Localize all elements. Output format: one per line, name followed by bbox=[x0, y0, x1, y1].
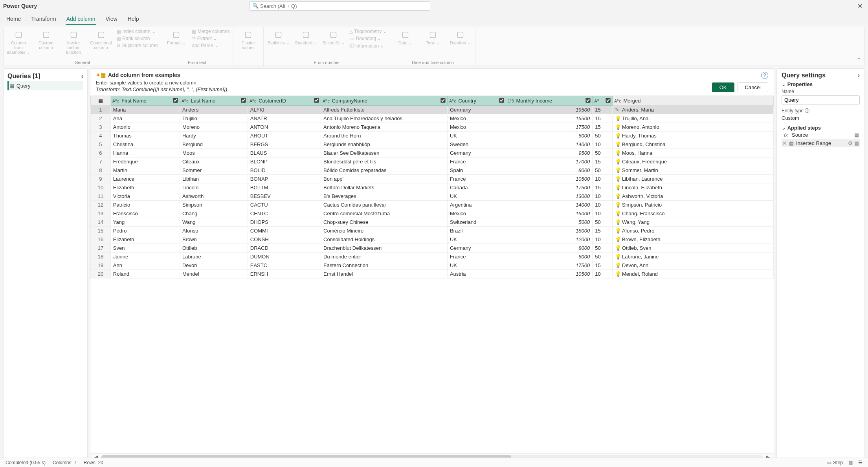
cell[interactable]: BONAP bbox=[248, 175, 321, 183]
cell[interactable]: 10 bbox=[593, 140, 613, 149]
col-header-companyname[interactable]: Aᴮc CompanyName bbox=[321, 96, 448, 106]
ribbon-format-[interactable]: ▢Format ⌄ bbox=[164, 29, 188, 46]
cell[interactable]: France bbox=[447, 157, 506, 166]
rownum-header[interactable]: ▦ bbox=[91, 96, 111, 106]
rownum-cell[interactable]: 3 bbox=[91, 123, 111, 132]
cell[interactable]: Moos bbox=[180, 149, 248, 157]
help-icon[interactable]: ? bbox=[761, 72, 768, 79]
ribbon-sm--merge-columns[interactable]: ▦ Merge columns bbox=[192, 29, 229, 34]
ribbon-sm--information-[interactable]: ⓘ Information ⌄ bbox=[349, 43, 387, 49]
tab-view[interactable]: View bbox=[105, 14, 118, 25]
table-row[interactable]: 3AntonioMorenoANTONAntonio Moreno Taquer… bbox=[91, 123, 774, 132]
cell[interactable]: Maria bbox=[110, 106, 180, 114]
col-header-country[interactable]: Aᴮc Country bbox=[447, 96, 506, 106]
cell[interactable]: Mexico bbox=[447, 209, 506, 218]
cell[interactable]: Martin bbox=[110, 166, 180, 175]
table-row[interactable]: 11VictoriaAshworthBESBEVB's BeveragesUK1… bbox=[91, 192, 774, 201]
ribbon-statistics-[interactable]: ▢Statistics ⌄ bbox=[267, 29, 290, 46]
tab-add-column[interactable]: Add column bbox=[66, 14, 96, 25]
col-header-merged[interactable]: Aᴮc Merged bbox=[613, 96, 774, 106]
cell[interactable]: 💡Lincoln, Elizabeth bbox=[613, 183, 774, 192]
cell[interactable]: Spain bbox=[447, 166, 506, 175]
cell[interactable]: CENTC bbox=[248, 209, 321, 218]
cell[interactable]: Moreno bbox=[180, 123, 248, 132]
cell[interactable]: 💡Simpson, Patricio bbox=[613, 201, 774, 209]
table-row[interactable]: 10ElizabethLincolnBOTTMBottom-Dollar Mar… bbox=[91, 183, 774, 192]
rownum-cell[interactable]: 19 bbox=[91, 261, 111, 270]
tab-home[interactable]: Home bbox=[6, 14, 22, 25]
cell[interactable]: Antonio bbox=[110, 123, 180, 132]
delete-step-icon[interactable]: ✕ bbox=[782, 140, 787, 146]
ribbon-sm--rank-column[interactable]: ▦ Rank column bbox=[117, 36, 158, 41]
col-header-customerid[interactable]: Aᴮc CustomerID bbox=[248, 96, 321, 106]
cell[interactable]: ANATR bbox=[248, 114, 321, 123]
col-header-monthly-income[interactable]: 1²3 Monthly Income bbox=[506, 96, 592, 106]
cell[interactable]: 💡Devon, Ann bbox=[613, 261, 774, 270]
rownum-cell[interactable]: 20 bbox=[91, 270, 111, 278]
cell[interactable]: 💡Libihan, Laurence bbox=[613, 175, 774, 183]
cell[interactable]: Blondesddsl pére et fils bbox=[321, 157, 448, 166]
cell[interactable]: Mexico bbox=[447, 114, 506, 123]
cell[interactable]: Bon app' bbox=[321, 175, 448, 183]
cell[interactable]: 8000 bbox=[506, 244, 592, 253]
cell[interactable]: AROUT bbox=[248, 132, 321, 140]
ribbon-collapse-icon[interactable]: ⌃ bbox=[857, 57, 861, 63]
cell[interactable]: 8000 bbox=[506, 166, 592, 175]
cell[interactable]: Berglunds snabbköp bbox=[321, 140, 448, 149]
table-row[interactable]: 18JanineLabruneDUMONDu monde entierFranc… bbox=[91, 253, 774, 261]
cell[interactable]: Labrune bbox=[180, 253, 248, 261]
cell[interactable]: Pedro bbox=[110, 227, 180, 235]
ribbon-sm--trigonometry-[interactable]: △ Trigonometry ⌄ bbox=[349, 29, 387, 34]
table-row[interactable]: 20RolandMendelERNSHErnst HandelAustria10… bbox=[91, 270, 774, 278]
cell[interactable]: EASTC bbox=[248, 261, 321, 270]
cell[interactable]: UK bbox=[447, 235, 506, 244]
cell[interactable]: Hardy bbox=[180, 132, 248, 140]
cell[interactable]: DUMON bbox=[248, 253, 321, 261]
cell[interactable]: Argentina bbox=[447, 201, 506, 209]
cancel-button[interactable]: Cancel bbox=[738, 82, 768, 92]
query-name-input[interactable] bbox=[782, 95, 860, 104]
cell[interactable]: 17500 bbox=[506, 261, 592, 270]
cell[interactable]: UK bbox=[447, 132, 506, 140]
ribbon-sm--index-column-[interactable]: ▦ Index column ⌄ bbox=[117, 29, 158, 34]
ribbon-scientific-[interactable]: ▢Scientific ⌄ bbox=[322, 29, 345, 46]
table-row[interactable]: 19AnnDevonEASTCEastern ConnectionUK17500… bbox=[91, 261, 774, 270]
cell[interactable]: 💡Sommer, Martin bbox=[613, 166, 774, 175]
cell[interactable]: Citeaux bbox=[180, 157, 248, 166]
cell[interactable]: 💡Berglund, Christina bbox=[613, 140, 774, 149]
cell[interactable]: 50 bbox=[593, 166, 613, 175]
cell[interactable]: Ashworth bbox=[180, 192, 248, 201]
cell[interactable]: Comércio Mineiro bbox=[321, 227, 448, 235]
table-row[interactable]: 5ChristinaBerglundBERGSBerglunds snabbkö… bbox=[91, 140, 774, 149]
table-row[interactable]: 13FransciscoChangCENTCCentro comercial M… bbox=[91, 209, 774, 218]
rownum-cell[interactable]: 6 bbox=[91, 149, 111, 157]
cell[interactable]: Elizabeth bbox=[110, 235, 180, 244]
cell[interactable]: Sommer bbox=[180, 166, 248, 175]
cell[interactable]: Germany bbox=[447, 244, 506, 253]
cell[interactable]: 12000 bbox=[506, 235, 592, 244]
cell[interactable]: ANTON bbox=[248, 123, 321, 132]
table-row[interactable]: 12PatricioSimpsonCACTUCactus Comidas par… bbox=[91, 201, 774, 209]
cell[interactable]: BOLID bbox=[248, 166, 321, 175]
cell[interactable]: Germany bbox=[447, 149, 506, 157]
table-row[interactable]: 4ThomasHardyAROUTAround the HornUK600050… bbox=[91, 132, 774, 140]
rownum-cell[interactable]: 9 bbox=[91, 175, 111, 183]
cell[interactable]: ALFKI bbox=[248, 106, 321, 114]
cell[interactable]: 10 bbox=[593, 270, 613, 278]
cell[interactable]: UK bbox=[447, 261, 506, 270]
ribbon-invoke-custom-function[interactable]: ▢Invoke custom function bbox=[62, 29, 85, 55]
cell[interactable]: 💡Trujillo, Ana bbox=[613, 114, 774, 123]
ribbon-sm--extract-[interactable]: ᴬᴮ Extract ⌄ bbox=[192, 36, 229, 41]
cell[interactable]: Around the Horn bbox=[321, 132, 448, 140]
cell[interactable]: COMMI bbox=[248, 227, 321, 235]
cell[interactable]: CACTU bbox=[248, 201, 321, 209]
cell[interactable]: 10 bbox=[593, 235, 613, 244]
cell[interactable]: Elizabeth bbox=[110, 183, 180, 192]
ribbon-duration-[interactable]: ▢Duration ⌄ bbox=[448, 29, 472, 46]
cell[interactable]: Sweden bbox=[447, 140, 506, 149]
cell[interactable]: CONSH bbox=[248, 235, 321, 244]
cell[interactable]: Chop-suey Chinese bbox=[321, 218, 448, 227]
cell[interactable]: 15 bbox=[593, 183, 613, 192]
cell[interactable]: 10 bbox=[593, 209, 613, 218]
table-row[interactable]: 6HannaMoosBLAUSBlauer See DelikatessenGe… bbox=[91, 149, 774, 157]
